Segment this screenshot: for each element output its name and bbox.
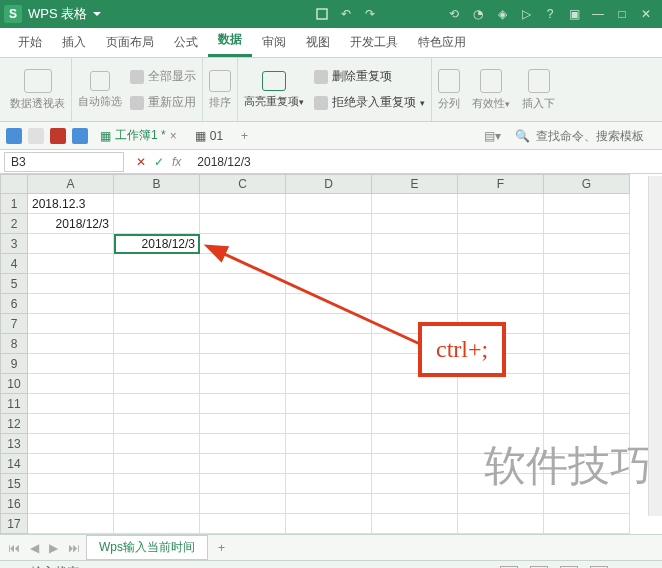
cell-C12[interactable] xyxy=(200,414,286,434)
cell-D6[interactable] xyxy=(286,294,372,314)
close-icon[interactable]: ✕ xyxy=(634,4,658,24)
menu-data[interactable]: 数据 xyxy=(208,25,252,57)
cell-B6[interactable] xyxy=(114,294,200,314)
doc-tab-2[interactable]: ▦ 01 xyxy=(189,122,229,149)
help-icon[interactable]: ? xyxy=(538,4,562,24)
row-header[interactable]: 1 xyxy=(0,194,28,214)
menu-formula[interactable]: 公式 xyxy=(164,28,208,57)
cell-E5[interactable] xyxy=(372,274,458,294)
row-header[interactable]: 10 xyxy=(0,374,28,394)
cell-G7[interactable] xyxy=(544,314,630,334)
cell-B9[interactable] xyxy=(114,354,200,374)
cell-F16[interactable] xyxy=(458,494,544,514)
cell-A8[interactable] xyxy=(28,334,114,354)
cell-B12[interactable] xyxy=(114,414,200,434)
cell-G15[interactable] xyxy=(544,474,630,494)
cell-E15[interactable] xyxy=(372,474,458,494)
row-header[interactable]: 11 xyxy=(0,394,28,414)
cell-F11[interactable] xyxy=(458,394,544,414)
cell-E13[interactable] xyxy=(372,434,458,454)
sync-icon[interactable]: ⟲ xyxy=(442,4,466,24)
cell-C10[interactable] xyxy=(200,374,286,394)
col-header-E[interactable]: E xyxy=(372,174,458,194)
cell-E4[interactable] xyxy=(372,254,458,274)
cell-B3[interactable]: 2018/12/3 xyxy=(114,234,200,254)
search-input[interactable] xyxy=(536,129,656,143)
window-icon[interactable]: ▣ xyxy=(562,4,586,24)
cell-A9[interactable] xyxy=(28,354,114,374)
menu-view[interactable]: 视图 xyxy=(296,28,340,57)
col-header-F[interactable]: F xyxy=(458,174,544,194)
ribbon-highlight-dup[interactable]: 高亮重复项▾ xyxy=(244,71,304,109)
col-header-G[interactable]: G xyxy=(544,174,630,194)
ribbon-pivot[interactable]: 数据透视表 xyxy=(4,58,72,121)
cell-C3[interactable] xyxy=(200,234,286,254)
cell-F3[interactable] xyxy=(458,234,544,254)
cell-F4[interactable] xyxy=(458,254,544,274)
ribbon-showall[interactable]: 全部显示 xyxy=(130,67,196,87)
cloud-icon[interactable]: ◔ xyxy=(466,4,490,24)
cell-D7[interactable] xyxy=(286,314,372,334)
cell-D1[interactable] xyxy=(286,194,372,214)
cell-G6[interactable] xyxy=(544,294,630,314)
menu-pagelayout[interactable]: 页面布局 xyxy=(96,28,164,57)
ribbon-insert-dropdown[interactable]: 插入下 xyxy=(516,58,561,121)
ribbon-autofilter[interactable]: 自动筛选 xyxy=(78,71,122,109)
cell-D10[interactable] xyxy=(286,374,372,394)
cell-C5[interactable] xyxy=(200,274,286,294)
fx-icon[interactable]: fx xyxy=(172,155,181,169)
cell-B16[interactable] xyxy=(114,494,200,514)
cell-E10[interactable] xyxy=(372,374,458,394)
cell-F13[interactable] xyxy=(458,434,544,454)
cell-F14[interactable] xyxy=(458,454,544,474)
row-header[interactable]: 9 xyxy=(0,354,28,374)
cell-C14[interactable] xyxy=(200,454,286,474)
cell-F5[interactable] xyxy=(458,274,544,294)
doc-tab-add-icon[interactable]: + xyxy=(235,129,254,143)
name-box[interactable]: B3 xyxy=(4,152,124,172)
cell-C1[interactable] xyxy=(200,194,286,214)
cell-B13[interactable] xyxy=(114,434,200,454)
cell-B8[interactable] xyxy=(114,334,200,354)
cell-D13[interactable] xyxy=(286,434,372,454)
cell-B7[interactable] xyxy=(114,314,200,334)
cell-E11[interactable] xyxy=(372,394,458,414)
cell-G2[interactable] xyxy=(544,214,630,234)
ribbon-reapply[interactable]: 重新应用 xyxy=(130,93,196,113)
cell-E17[interactable] xyxy=(372,514,458,534)
cell-C11[interactable] xyxy=(200,394,286,414)
sheet-nav-first-icon[interactable]: ⏮ xyxy=(4,541,24,555)
row-header[interactable]: 6 xyxy=(0,294,28,314)
cell-C6[interactable] xyxy=(200,294,286,314)
send-icon[interactable]: ▷ xyxy=(514,4,538,24)
col-header-A[interactable]: A xyxy=(28,174,114,194)
cell-G12[interactable] xyxy=(544,414,630,434)
cell-D17[interactable] xyxy=(286,514,372,534)
cell-A12[interactable] xyxy=(28,414,114,434)
cell-E16[interactable] xyxy=(372,494,458,514)
cell-B11[interactable] xyxy=(114,394,200,414)
cell-F17[interactable] xyxy=(458,514,544,534)
cell-C2[interactable] xyxy=(200,214,286,234)
cell-A2[interactable]: 2018/12/3 xyxy=(28,214,114,234)
cell-G5[interactable] xyxy=(544,274,630,294)
vertical-scrollbar[interactable] xyxy=(648,176,662,516)
cell-G10[interactable] xyxy=(544,374,630,394)
cell-E12[interactable] xyxy=(372,414,458,434)
cell-D2[interactable] xyxy=(286,214,372,234)
doc-tab-1[interactable]: ▦ 工作簿1 * × xyxy=(94,122,183,149)
cell-G1[interactable] xyxy=(544,194,630,214)
col-header-B[interactable]: B xyxy=(114,174,200,194)
cell-C15[interactable] xyxy=(200,474,286,494)
cell-C13[interactable] xyxy=(200,434,286,454)
docbar-box-icon[interactable] xyxy=(72,128,88,144)
cell-G8[interactable] xyxy=(544,334,630,354)
sheet-nav-prev-icon[interactable]: ◀ xyxy=(26,541,43,555)
cell-G3[interactable] xyxy=(544,234,630,254)
cell-F1[interactable] xyxy=(458,194,544,214)
row-header[interactable]: 16 xyxy=(0,494,28,514)
sheet-nav-next-icon[interactable]: ▶ xyxy=(45,541,62,555)
cell-D15[interactable] xyxy=(286,474,372,494)
cell-B4[interactable] xyxy=(114,254,200,274)
cell-B17[interactable] xyxy=(114,514,200,534)
